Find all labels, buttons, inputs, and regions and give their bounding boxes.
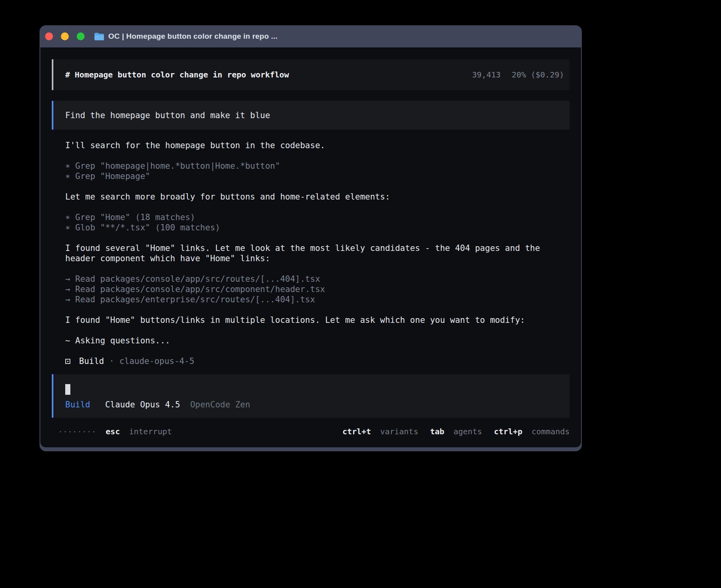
agent-separator: · xyxy=(109,356,114,366)
folder-icon xyxy=(94,32,104,41)
context-usage: 20% ($0.29) xyxy=(512,70,564,80)
hint-interrupt: esc interrupt xyxy=(106,426,172,437)
hint-label-agents: agents xyxy=(453,427,482,436)
hint-label-commands: commands xyxy=(532,427,570,436)
spinner-dots: ········ xyxy=(52,426,96,437)
tool-call-read: → Read packages/console/app/src/routes/[… xyxy=(65,274,570,284)
hint-label-interrupt: interrupt xyxy=(129,427,172,436)
token-count: 39,413 xyxy=(472,70,500,80)
tool-call-glob: ∗ Glob "**/*.tsx" (100 matches) xyxy=(65,222,570,233)
text-cursor xyxy=(65,384,70,395)
input-provider: OpenCode Zen xyxy=(190,400,250,409)
hint-agents: tab agents xyxy=(430,426,482,437)
session-header: # Homepage button color change in repo w… xyxy=(52,59,570,90)
hint-commands: ctrl+p commands xyxy=(494,426,570,437)
input-meta: Build Claude Opus 4.5 OpenCode Zen xyxy=(65,400,564,410)
tool-call-grep: ∗ Grep "Homepage" xyxy=(65,171,570,181)
assistant-text: Let me search more broadly for buttons a… xyxy=(65,192,555,202)
minimize-button[interactable] xyxy=(61,32,69,40)
working-status: ~ Asking questions... xyxy=(65,335,555,346)
terminal-window: OC | Homepage button color change in rep… xyxy=(40,25,582,451)
hint-variants: ctrl+t variants xyxy=(342,426,418,437)
hint-label-variants: variants xyxy=(380,427,418,436)
assistant-text: I found several "Home" links. Let me loo… xyxy=(65,243,555,264)
tool-call-read: → Read packages/enterprise/src/routes/[.… xyxy=(65,294,570,305)
agent-model: claude-opus-4-5 xyxy=(119,356,194,366)
agent-name: Build xyxy=(79,356,104,366)
zoom-button[interactable] xyxy=(77,32,85,40)
hint-key-esc: esc xyxy=(106,427,120,436)
hint-key-variants: ctrl+t xyxy=(342,427,371,436)
agent-status-row: Build · claude-opus-4-5 xyxy=(65,356,570,366)
terminal-content: # Homepage button color change in repo w… xyxy=(40,47,581,447)
hint-key-commands: ctrl+p xyxy=(494,427,522,436)
input-model: Claude Opus 4.5 xyxy=(105,400,180,409)
input-mode: Build xyxy=(65,400,90,409)
window-controls xyxy=(45,32,85,40)
square-icon xyxy=(65,359,70,364)
assistant-transcript: I'll search for the homepage button in t… xyxy=(52,140,570,366)
user-message: Find the homepage button and make it blu… xyxy=(52,101,570,130)
tool-call-grep: ∗ Grep "homepage|home.*button|Home.*butt… xyxy=(65,161,570,171)
assistant-text: I found "Home" buttons/links in multiple… xyxy=(65,315,555,325)
hint-key-agents: tab xyxy=(430,427,444,436)
session-title: # Homepage button color change in repo w… xyxy=(65,70,289,80)
tool-call-grep: ∗ Grep "Home" (18 matches) xyxy=(65,212,570,222)
tool-call-read: → Read packages/console/app/src/componen… xyxy=(65,284,570,294)
close-button[interactable] xyxy=(45,32,53,40)
prompt-input[interactable]: Build Claude Opus 4.5 OpenCode Zen xyxy=(52,374,570,418)
status-bar: ········ esc interrupt ctrl+t variants t… xyxy=(52,426,570,437)
titlebar[interactable]: OC | Homepage button color change in rep… xyxy=(40,25,582,47)
session-stats: 39,413 20% ($0.29) xyxy=(472,70,564,80)
keyboard-hints: ctrl+t variants tab agents ctrl+p comman… xyxy=(342,426,570,437)
assistant-text: I'll search for the homepage button in t… xyxy=(65,140,555,151)
window-title: OC | Homepage button color change in rep… xyxy=(108,32,277,41)
